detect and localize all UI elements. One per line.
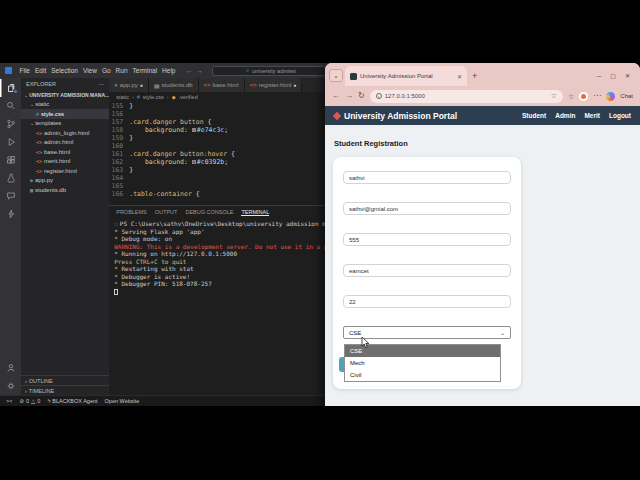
code-editor[interactable]: 155}156157.card.danger button {158 backg… bbox=[109, 101, 337, 205]
breadcrumb-item[interactable]: style.css bbox=[143, 94, 164, 100]
breadcrumb-separator: › bbox=[132, 94, 134, 100]
tree-item-admin-login-html[interactable]: <>admin_login.html bbox=[21, 128, 109, 138]
menu-item-go[interactable]: Go bbox=[99, 67, 113, 74]
info-icon[interactable]: i bbox=[376, 93, 382, 99]
nav-link-admin[interactable]: Admin bbox=[555, 112, 575, 119]
maximize-button[interactable]: ▢ bbox=[610, 72, 616, 79]
tab-label: app.py bbox=[120, 82, 138, 88]
comments-icon[interactable] bbox=[0, 187, 21, 205]
nav-link-merit[interactable]: Merit bbox=[584, 112, 600, 119]
bookmark-star-icon[interactable]: ☆ bbox=[551, 92, 557, 100]
breadcrumb-separator: › bbox=[167, 94, 169, 100]
py-file-icon: ● bbox=[30, 177, 33, 183]
history-nav-icons[interactable]: ←→ bbox=[186, 67, 206, 74]
html-file-icon: <> bbox=[36, 168, 42, 174]
tree-item-style-css[interactable]: #style.css bbox=[21, 109, 109, 119]
code-line: 160 bbox=[109, 142, 337, 150]
reload-button[interactable]: ↻ bbox=[358, 92, 365, 100]
nav-link-student[interactable]: Student bbox=[522, 112, 546, 119]
branch-option-mech[interactable]: Mech bbox=[345, 357, 500, 369]
tree-item-static[interactable]: ⌄static bbox=[21, 100, 109, 110]
name-input[interactable] bbox=[343, 171, 511, 184]
tab-close-icon[interactable]: ✕ bbox=[457, 73, 462, 80]
editor-tab-register-html[interactable]: <>register.html● bbox=[245, 78, 303, 92]
html-file-icon: <> bbox=[36, 158, 42, 164]
tab-label: register.html bbox=[259, 82, 292, 88]
outline-section[interactable]: › OUTLINE bbox=[21, 375, 109, 385]
remote-indicator[interactable]: >< bbox=[6, 398, 12, 404]
back-button[interactable]: ← bbox=[332, 92, 340, 100]
menu-item-run[interactable]: Run bbox=[113, 67, 130, 74]
item-label: UNIVERSITY ADMISSION MANA... bbox=[29, 92, 109, 98]
menu-item-view[interactable]: View bbox=[80, 67, 99, 74]
chat-button[interactable]: Chat bbox=[620, 93, 633, 99]
branch-option-civil[interactable]: Civil bbox=[345, 369, 500, 381]
menu-item-edit[interactable]: Edit bbox=[32, 67, 48, 74]
editor-tab-base-html[interactable]: <>base.html bbox=[199, 78, 245, 92]
run-debug-icon[interactable] bbox=[0, 133, 21, 151]
account-icon[interactable] bbox=[0, 359, 21, 377]
menu-item-help[interactable]: Help bbox=[160, 67, 178, 74]
menu-item-terminal[interactable]: Terminal bbox=[130, 67, 160, 74]
editor-tab-students-db[interactable]: ▤students.db bbox=[149, 78, 199, 92]
code-text: } bbox=[129, 166, 133, 174]
web-page: University Admission Portal StudentAdmin… bbox=[325, 106, 640, 406]
command-center-search[interactable]: ⌕ university admissi bbox=[212, 66, 330, 76]
email-input[interactable] bbox=[343, 202, 511, 215]
more-menu-icon[interactable]: ⋯ bbox=[593, 92, 601, 100]
line-number: 163 bbox=[109, 166, 129, 174]
address-bar[interactable]: i 127.0.0.1:5000 ☆ bbox=[370, 90, 563, 103]
editor-tab-app-py[interactable]: ●app.py● bbox=[109, 78, 149, 92]
profile-avatar[interactable] bbox=[579, 92, 588, 101]
phone-input[interactable] bbox=[343, 233, 511, 246]
close-button[interactable]: ✕ bbox=[625, 72, 630, 79]
settings-icon[interactable] bbox=[0, 377, 21, 395]
db-file-icon: ▤ bbox=[30, 187, 33, 193]
explorer-title: EXPLORER bbox=[26, 81, 56, 87]
new-tab-button[interactable]: + bbox=[472, 71, 477, 81]
tab-search-button[interactable]: ⌄ bbox=[329, 69, 343, 82]
chevron-down-icon: ⌄ bbox=[30, 101, 34, 107]
marks-input[interactable] bbox=[343, 295, 511, 308]
menu-item-file[interactable]: File bbox=[17, 67, 32, 74]
tree-item-templates[interactable]: ⌄templates bbox=[21, 119, 109, 129]
breadcrumb-item[interactable]: .verified bbox=[178, 94, 197, 100]
tree-item-admin-html[interactable]: <>admin.html bbox=[21, 138, 109, 148]
extensions-icon[interactable] bbox=[0, 151, 21, 169]
panel-tab-output[interactable]: OUTPUT bbox=[155, 209, 178, 215]
blackbox-agent-status[interactable]: ϟ BLACKBOX Agent bbox=[47, 398, 97, 404]
open-website-button[interactable]: Open Website bbox=[105, 398, 140, 404]
source-control-icon[interactable] bbox=[0, 115, 21, 133]
favicon bbox=[350, 73, 357, 80]
code-text: .card.danger button { bbox=[129, 118, 211, 126]
explorer-root[interactable]: ⌄UNIVERSITY ADMISSION MANA... bbox=[21, 90, 109, 100]
testing-icon[interactable] bbox=[0, 169, 21, 187]
terminal[interactable]: ○PS C:\Users\sathv\OneDrive\Desktop\univ… bbox=[109, 218, 337, 395]
timeline-section[interactable]: › TIMELINE bbox=[21, 385, 109, 395]
panel-tab-debug-console[interactable]: DEBUG CONSOLE bbox=[185, 209, 233, 215]
tree-item-base-html[interactable]: <>base.html bbox=[21, 147, 109, 157]
nav-link-logout[interactable]: Logout bbox=[609, 112, 631, 119]
blackbox-icon[interactable] bbox=[0, 205, 21, 223]
browser-tab[interactable]: University Admission Portal ✕ bbox=[345, 66, 467, 86]
panel-tab-terminal[interactable]: TERMINAL bbox=[241, 209, 269, 216]
exam-input[interactable] bbox=[343, 264, 511, 277]
favorites-icon[interactable]: ☆ bbox=[568, 93, 574, 100]
tree-item-merit-html[interactable]: <>merit.html bbox=[21, 157, 109, 167]
menu-bar: FileEditSelectionViewGoRunTerminalHelp bbox=[17, 67, 178, 74]
search-icon[interactable] bbox=[0, 97, 21, 115]
tree-item-students-db[interactable]: ▤students.db bbox=[21, 185, 109, 195]
tree-item-register-html[interactable]: <>register.html bbox=[21, 166, 109, 176]
tree-item-app-py[interactable]: ●app.py bbox=[21, 176, 109, 186]
explorer-actions-icon[interactable]: ⋯ bbox=[99, 81, 105, 87]
copilot-icon[interactable] bbox=[606, 92, 615, 101]
forward-button[interactable]: → bbox=[345, 92, 353, 100]
breadcrumb-item[interactable]: static bbox=[116, 94, 129, 100]
chevron-down-icon: ⌄ bbox=[30, 120, 34, 126]
problems-indicator[interactable]: ⊘0 △0 bbox=[19, 398, 40, 404]
menu-item-selection[interactable]: Selection bbox=[49, 67, 81, 74]
minimize-button[interactable]: ─ bbox=[597, 73, 601, 79]
panel-tab-problems[interactable]: PROBLEMS bbox=[116, 209, 147, 215]
explorer-icon[interactable] bbox=[0, 79, 21, 97]
code-line: 158 background: #e74c3c; bbox=[109, 126, 337, 134]
